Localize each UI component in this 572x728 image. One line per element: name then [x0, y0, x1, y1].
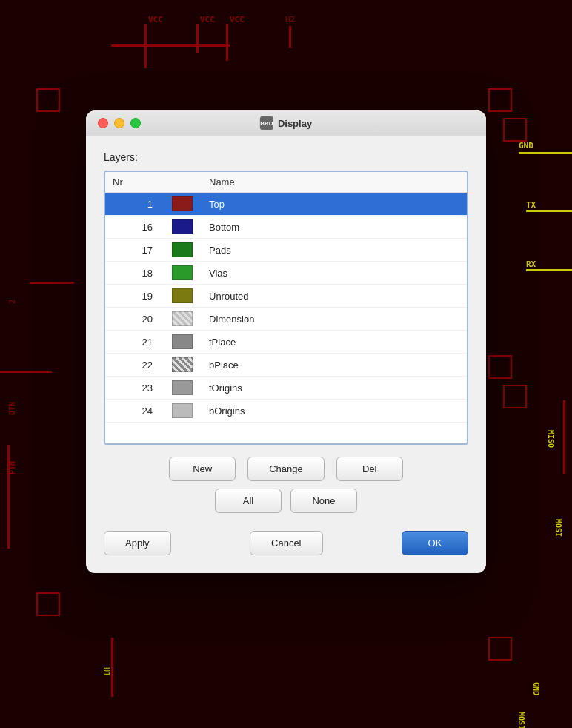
layers-table-container[interactable]: Nr Name 1Top16Bottom17Pads18Vias19Unrout…	[104, 171, 468, 445]
layer-name: Top	[202, 193, 467, 216]
color-swatch	[172, 403, 193, 418]
layer-nr: 21	[105, 331, 164, 354]
table-row[interactable]: 18Vias	[105, 262, 467, 285]
layer-color-cell	[164, 193, 202, 216]
maximize-button[interactable]	[130, 118, 141, 128]
title-content: BRD Display	[260, 116, 312, 130]
col-color-header	[164, 172, 202, 193]
layer-name: bOrigins	[202, 400, 467, 423]
layer-color-cell	[164, 377, 202, 400]
table-row[interactable]: 20Dimension	[105, 308, 467, 331]
layer-color-cell	[164, 331, 202, 354]
layer-color-cell	[164, 308, 202, 331]
close-button[interactable]	[98, 118, 108, 128]
table-row[interactable]: 23tOrigins	[105, 377, 467, 400]
bottom-buttons-row: Apply Cancel OK	[104, 531, 468, 558]
title-bar: BRD Display	[86, 110, 486, 136]
table-row[interactable]: 22bPlace	[105, 354, 467, 377]
layer-name: Vias	[202, 262, 467, 285]
none-button[interactable]: None	[290, 489, 357, 513]
color-swatch	[172, 242, 193, 257]
layer-nr: 20	[105, 308, 164, 331]
color-swatch	[172, 265, 193, 280]
layer-color-cell	[164, 400, 202, 423]
color-swatch	[172, 288, 193, 303]
color-swatch	[172, 219, 193, 234]
table-header-row: Nr Name	[105, 172, 467, 193]
layers-table: Nr Name 1Top16Bottom17Pads18Vias19Unrout…	[105, 172, 467, 423]
table-row[interactable]: 17Pads	[105, 239, 467, 262]
dialog-body: Layers: Nr Name 1Top16Bottom17Pads18Vias…	[86, 136, 486, 573]
table-row[interactable]: 21tPlace	[105, 331, 467, 354]
new-button[interactable]: New	[169, 457, 236, 481]
layer-name: Unrouted	[202, 285, 467, 308]
del-button[interactable]: Del	[336, 457, 403, 481]
layer-name: Bottom	[202, 216, 467, 239]
layer-nr: 24	[105, 400, 164, 423]
layer-color-cell	[164, 262, 202, 285]
display-dialog: BRD Display Layers: Nr Name	[86, 110, 486, 573]
layer-nr: 18	[105, 262, 164, 285]
cancel-button[interactable]: Cancel	[250, 531, 322, 555]
layer-name: Pads	[202, 239, 467, 262]
layer-nr: 23	[105, 377, 164, 400]
table-row[interactable]: 24bOrigins	[105, 400, 467, 423]
layer-color-cell	[164, 285, 202, 308]
layer-nr: 1	[105, 193, 164, 216]
col-name-header: Name	[202, 172, 467, 193]
layer-nr: 19	[105, 285, 164, 308]
color-swatch	[172, 334, 193, 349]
layer-color-cell	[164, 354, 202, 377]
apply-button[interactable]: Apply	[104, 531, 171, 555]
change-button[interactable]: Change	[247, 457, 325, 481]
layer-nr: 16	[105, 216, 164, 239]
col-nr-header: Nr	[105, 172, 164, 193]
layer-nr: 22	[105, 354, 164, 377]
ok-button[interactable]: OK	[402, 531, 468, 555]
layer-name: Dimension	[202, 308, 467, 331]
layer-name: bPlace	[202, 354, 467, 377]
table-row[interactable]: 16Bottom	[105, 216, 467, 239]
dialog-title: Display	[278, 118, 312, 129]
layer-nr: 17	[105, 239, 164, 262]
dialog-overlay: BRD Display Layers: Nr Name	[0, 0, 572, 728]
title-icon: BRD	[260, 116, 273, 130]
color-swatch	[172, 311, 193, 326]
select-buttons-row: All None	[104, 489, 468, 513]
layer-name: tOrigins	[202, 377, 467, 400]
layer-color-cell	[164, 239, 202, 262]
all-button[interactable]: All	[215, 489, 282, 513]
color-swatch	[172, 357, 193, 372]
layers-tbody: 1Top16Bottom17Pads18Vias19Unrouted20Dime…	[105, 193, 467, 423]
layer-color-cell	[164, 216, 202, 239]
table-row[interactable]: 19Unrouted	[105, 285, 467, 308]
table-row[interactable]: 1Top	[105, 193, 467, 216]
layers-label: Layers:	[104, 151, 468, 163]
action-buttons-row: New Change Del	[104, 457, 468, 481]
traffic-lights	[98, 118, 141, 128]
color-swatch	[172, 380, 193, 395]
color-swatch	[172, 196, 193, 211]
layer-name: tPlace	[202, 331, 467, 354]
minimize-button[interactable]	[114, 118, 124, 128]
